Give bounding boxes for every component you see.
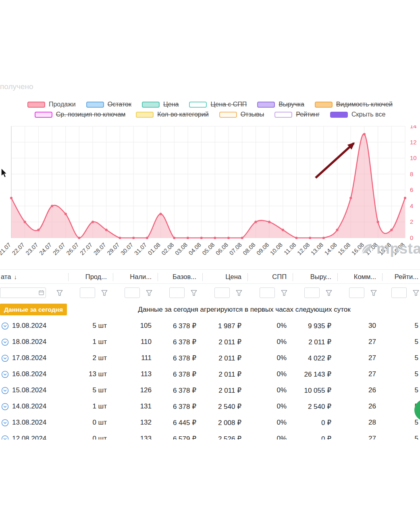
row-cell: 6 378 ₽: [158, 338, 203, 346]
row-cell: 6 378 ₽: [158, 370, 203, 379]
column-header[interactable]: Прод...: [69, 270, 113, 283]
column-header[interactable]: ата↓: [0, 270, 69, 283]
table-row[interactable]: 18.08.20241 шт1106 378 ₽2 011 ₽0%2 011 ₽…: [0, 334, 420, 350]
sales-marker: [78, 237, 80, 239]
filter-funnel-icon[interactable]: [56, 290, 63, 296]
expand-row-icon[interactable]: [1, 403, 9, 410]
sort-desc-icon[interactable]: ↓: [14, 273, 17, 280]
expand-row-icon[interactable]: [1, 322, 9, 330]
svg-text:27.07: 27.07: [79, 242, 94, 256]
expand-row-icon[interactable]: [1, 354, 9, 362]
mpstats-watermark: mpstats: [360, 240, 420, 257]
legend-item[interactable]: Продажи: [27, 101, 76, 108]
column-header[interactable]: СПП: [248, 270, 293, 283]
date-cell: 17.08.2024: [0, 354, 69, 362]
column-header[interactable]: Выру...: [293, 270, 338, 283]
row-cell: 131: [113, 402, 158, 410]
table-row[interactable]: 16.08.202413 шт1136 378 ₽2 011 ₽0%26 143…: [0, 366, 420, 382]
row-cell: 0%: [248, 386, 293, 394]
calendar-icon[interactable]: [39, 290, 44, 295]
row-cell: 4 022 ₽: [293, 354, 338, 362]
filter-funnel-icon[interactable]: [191, 290, 197, 296]
row-cell: 5: [383, 386, 420, 394]
column-header[interactable]: Рейти...: [383, 270, 420, 283]
row-cell: 0 ₽: [293, 435, 338, 440]
faded-header-text: получено: [0, 82, 33, 91]
row-date: 18.08.2024: [12, 338, 46, 346]
table-row[interactable]: 15.08.20245 шт1266 378 ₽2 011 ₽0%10 055 …: [0, 382, 420, 398]
svg-text:29.07: 29.07: [106, 242, 121, 256]
row-cell: 0%: [248, 402, 293, 410]
filter-funnel-icon[interactable]: [146, 290, 152, 296]
legend-item[interactable]: Ср. позиция по ключам: [35, 111, 126, 118]
chart-legend: ПродажиОстатокЦенаЦена с СППВыручкаВидим…: [0, 101, 420, 118]
table-row[interactable]: 14.08.20241 шт1316 378 ₽2 540 ₽0%2 540 ₽…: [0, 398, 420, 415]
sales-marker: [37, 229, 40, 231]
row-cell: 6 579 ₽: [158, 435, 203, 440]
column-header-label: Базов...: [173, 273, 196, 281]
row-cell: 113: [113, 370, 158, 378]
row-cell: 6 378 ₽: [158, 386, 203, 395]
sales-marker: [10, 197, 12, 199]
legend-row: ПродажиОстатокЦенаЦена с СППВыручкаВидим…: [27, 101, 393, 108]
filter-input[interactable]: [260, 288, 275, 298]
column-header[interactable]: Цена: [203, 270, 248, 283]
sales-marker: [119, 237, 121, 239]
legend-item[interactable]: Выручка: [257, 101, 304, 108]
expand-row-icon[interactable]: [1, 419, 9, 427]
filter-funnel-icon[interactable]: [413, 290, 419, 296]
filter-funnel-icon[interactable]: [326, 290, 332, 296]
filter-input[interactable]: [214, 288, 230, 298]
sales-marker: [200, 237, 203, 239]
filter-input[interactable]: [169, 288, 185, 298]
legend-item[interactable]: Остаток: [86, 101, 131, 108]
mpstats-analytics-page: получено ПродажиОстатокЦенаЦена с СППВыр…: [0, 0, 420, 525]
legend-item[interactable]: Кол-во категорий: [136, 111, 208, 118]
filter-input[interactable]: [391, 288, 407, 298]
filter-input[interactable]: [125, 288, 140, 298]
table-row[interactable]: 19.08.20245 шт1056 378 ₽1 987 ₽0%9 935 ₽…: [0, 318, 420, 334]
filter-cell: [293, 288, 338, 298]
table-row[interactable]: 17.08.20242 шт1116 378 ₽2 011 ₽0%4 022 ₽…: [0, 350, 420, 366]
sales-marker: [173, 237, 175, 239]
column-header[interactable]: Комм...: [338, 270, 383, 283]
svg-text:24.07: 24.07: [38, 242, 53, 256]
legend-item[interactable]: Цена: [142, 101, 179, 108]
sales-marker: [214, 237, 216, 239]
filter-funnel-icon[interactable]: [101, 290, 108, 296]
legend-item[interactable]: Цена с СПП: [189, 101, 247, 108]
legend-swatch: [142, 102, 160, 108]
legend-swatch: [27, 102, 45, 108]
filter-cell: [248, 288, 293, 298]
expand-row-icon[interactable]: [1, 338, 9, 346]
legend-row: Ср. позиция по ключамКол-во категорийОтз…: [35, 111, 386, 118]
legend-swatch: [189, 102, 207, 108]
column-header-label: Нали...: [130, 273, 152, 281]
column-header[interactable]: Нали...: [113, 270, 158, 283]
svg-text:01.08: 01.08: [147, 242, 162, 256]
legend-item[interactable]: Отзывы: [219, 111, 264, 118]
legend-item[interactable]: Скрыть все: [330, 111, 385, 118]
svg-text:31.07: 31.07: [133, 242, 148, 256]
legend-item[interactable]: Видимость ключей: [315, 101, 393, 108]
filter-funnel-icon[interactable]: [236, 290, 242, 296]
column-header[interactable]: Базов...: [158, 270, 203, 283]
table-row[interactable]: 12.08.20240 шт1336 579 ₽2 526 ₽0%0 ₽275: [0, 431, 420, 440]
filter-funnel-icon[interactable]: [281, 290, 287, 296]
table-body: 19.08.20245 шт1056 378 ₽1 987 ₽0%9 935 ₽…: [0, 318, 420, 440]
svg-text:28.07: 28.07: [92, 242, 107, 256]
row-cell: 126: [113, 386, 158, 394]
expand-row-icon[interactable]: [1, 387, 9, 394]
expand-row-icon[interactable]: [1, 371, 9, 378]
filter-input[interactable]: [304, 288, 320, 298]
column-header-label: ата: [1, 273, 11, 281]
filter-input[interactable]: [80, 288, 95, 298]
expand-row-icon[interactable]: [1, 435, 9, 440]
legend-item[interactable]: Рейтинг: [274, 111, 320, 118]
filter-funnel-icon[interactable]: [370, 290, 377, 296]
filter-input[interactable]: [349, 288, 364, 298]
svg-text:03.08: 03.08: [174, 242, 189, 256]
table-row[interactable]: 13.08.20240 шт1326 445 ₽2 008 ₽0%0 ₽285: [0, 415, 420, 431]
row-cell: 2 шт: [69, 354, 113, 362]
sales-marker: [349, 197, 352, 199]
